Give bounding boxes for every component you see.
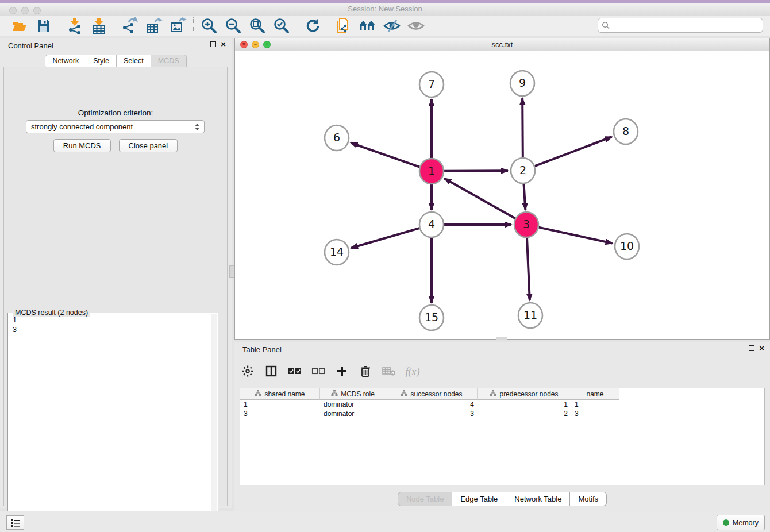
cell-shared-name[interactable]: 3 xyxy=(240,409,320,418)
graph-node-10[interactable]: 10 xyxy=(615,234,639,259)
mcds-result-box: MCDS result (2 nodes) 1 3 xyxy=(7,313,218,529)
memory-button[interactable]: Memory xyxy=(717,515,765,530)
edge-2-8[interactable] xyxy=(535,137,612,166)
gear-button[interactable] xyxy=(240,364,255,379)
column-header-successor-nodes[interactable]: successor nodes xyxy=(386,388,478,400)
graph-node-14[interactable]: 14 xyxy=(325,240,349,265)
tab-select[interactable]: Select xyxy=(117,55,151,67)
cell-predecessor-nodes[interactable]: 2 xyxy=(478,409,571,418)
column-header-MCDS-role[interactable]: MCDS role xyxy=(320,388,386,400)
edge-1-2[interactable] xyxy=(444,171,508,171)
graph-node-15[interactable]: 15 xyxy=(419,305,444,330)
graph-node-6[interactable]: 6 xyxy=(325,125,349,151)
add-column-button[interactable] xyxy=(334,364,349,379)
zoom-check-icon xyxy=(273,17,290,34)
float-panel-icon[interactable] xyxy=(210,41,216,47)
edge-2-3[interactable] xyxy=(523,183,525,210)
zoom-check-button[interactable] xyxy=(272,17,291,34)
split-columns-button[interactable] xyxy=(264,364,279,379)
export-network-button[interactable] xyxy=(121,17,139,34)
import-table-button[interactable] xyxy=(90,17,108,34)
cell-shared-name[interactable]: 1 xyxy=(240,400,320,409)
edge-4-14[interactable] xyxy=(351,228,419,248)
edge-1-6[interactable] xyxy=(351,143,420,167)
float-table-panel-icon[interactable] xyxy=(749,345,754,351)
node-label: 4 xyxy=(428,218,435,230)
mcds-result-text[interactable]: 1 3 xyxy=(9,315,211,527)
eye-button[interactable] xyxy=(407,17,425,34)
graph-node-8[interactable]: 8 xyxy=(614,119,638,144)
tab-edge-table[interactable]: Edge Table xyxy=(452,492,506,506)
status-bar: Memory xyxy=(0,511,770,532)
close-table-panel-icon[interactable]: × xyxy=(759,345,764,352)
graph-node-1[interactable]: 1 xyxy=(419,159,444,184)
column-header-predecessor-nodes[interactable]: predecessor nodes xyxy=(478,388,571,400)
zoom-in-button[interactable] xyxy=(200,17,218,34)
network-window: × − + scc.txt 7968124314101511 xyxy=(234,38,770,340)
column-header-name[interactable]: name xyxy=(571,388,619,400)
search-icon xyxy=(602,21,610,30)
cell-successor-nodes[interactable]: 3 xyxy=(386,409,478,418)
node-label: 7 xyxy=(428,78,435,90)
node-label: 3 xyxy=(523,218,530,230)
close-panel-icon[interactable]: × xyxy=(221,41,226,48)
task-history-button[interactable] xyxy=(6,515,24,530)
toolbar-group xyxy=(115,17,193,34)
tab-network-table[interactable]: Network Table xyxy=(506,492,570,506)
import-network-icon xyxy=(67,17,83,34)
main-titlebar: Session: New Session xyxy=(0,3,770,16)
cell-predecessor-nodes[interactable]: 1 xyxy=(478,400,571,409)
save-button[interactable] xyxy=(34,17,53,34)
result-scrollbar[interactable] xyxy=(211,314,217,527)
column-header-shared-name[interactable]: shared name xyxy=(240,388,320,400)
node-label: 1 xyxy=(428,164,435,177)
import-network-button[interactable] xyxy=(66,17,84,34)
tab-mcds[interactable]: MCDS xyxy=(151,55,187,67)
graph-node-7[interactable]: 7 xyxy=(419,72,444,97)
hierarchy-icon xyxy=(255,390,261,398)
graph-node-11[interactable]: 11 xyxy=(518,303,542,328)
houses-button[interactable] xyxy=(359,17,377,34)
cell-MCDS-role[interactable]: dominator xyxy=(320,400,386,409)
cell-successor-nodes[interactable]: 4 xyxy=(386,400,478,409)
tab-style[interactable]: Style xyxy=(86,55,117,67)
copy-network-button[interactable] xyxy=(334,17,353,34)
tab-motifs[interactable]: Motifs xyxy=(570,492,607,506)
cell-name[interactable]: 3 xyxy=(571,409,619,418)
table-header-row: shared nameMCDS rolesuccessor nodesprede… xyxy=(240,388,764,400)
edge-3-1[interactable] xyxy=(445,179,515,218)
export-image-button[interactable] xyxy=(169,17,187,34)
graph-node-3[interactable]: 3 xyxy=(514,212,538,237)
tab-network[interactable]: Network xyxy=(45,55,86,67)
run-mcds-button[interactable]: Run MCDS xyxy=(53,139,111,152)
search-box[interactable] xyxy=(598,18,763,33)
export-network-icon xyxy=(121,17,138,34)
graph-node-2[interactable]: 2 xyxy=(511,158,535,183)
table-row[interactable]: 1dominator411 xyxy=(240,400,764,409)
export-table-button[interactable] xyxy=(145,17,163,34)
tab-node-table[interactable]: Node Table xyxy=(398,492,453,506)
criterion-select[interactable]: strongly connected component xyxy=(26,120,205,133)
network-canvas[interactable]: 7968124314101511 xyxy=(235,51,769,339)
refresh-button[interactable] xyxy=(303,17,322,34)
graph-node-9[interactable]: 9 xyxy=(510,71,534,96)
search-input[interactable] xyxy=(613,21,759,30)
cell-MCDS-role[interactable]: dominator xyxy=(320,409,386,418)
table-row[interactable]: 3dominator323 xyxy=(240,409,764,418)
select-all-button[interactable] xyxy=(287,364,302,379)
graph-node-4[interactable]: 4 xyxy=(419,212,444,237)
folder-open-button[interactable] xyxy=(10,17,29,34)
cell-name[interactable]: 1 xyxy=(571,400,619,409)
edge-3-10[interactable] xyxy=(538,228,612,244)
horizontal-splitter-grip[interactable] xyxy=(496,337,507,340)
deselect-all-button[interactable] xyxy=(311,364,326,379)
edge-2-9[interactable] xyxy=(522,98,523,158)
edge-3-11[interactable] xyxy=(527,237,530,300)
session-title: Session: New Session xyxy=(0,5,770,13)
trash-icon xyxy=(360,365,371,379)
zoom-out-button[interactable] xyxy=(224,17,242,34)
trash-button[interactable] xyxy=(358,364,373,379)
close-panel-button[interactable]: Close panel xyxy=(119,139,178,152)
eye-slash-button[interactable] xyxy=(383,17,401,34)
zoom-fit-button[interactable] xyxy=(248,17,267,34)
